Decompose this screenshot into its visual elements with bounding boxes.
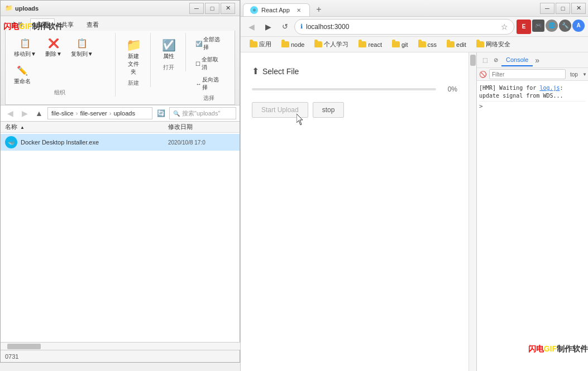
- bookmark-node[interactable]: node: [277, 40, 309, 50]
- bookmark-network-security[interactable]: 网络安全: [472, 38, 515, 50]
- browser-restore-button[interactable]: □: [556, 3, 570, 14]
- profile-button[interactable]: A: [572, 20, 585, 32]
- devtools-tab-console[interactable]: Console: [501, 54, 533, 66]
- delete-icon: ❌: [47, 36, 60, 50]
- restore-button[interactable]: □: [205, 3, 219, 14]
- clear-console-button[interactable]: 🚫: [479, 69, 487, 79]
- column-name-header[interactable]: 名称 ▲: [5, 123, 168, 131]
- file-list: 🐳 Docker Desktop Installer.exe 2020/10/8…: [1, 133, 240, 350]
- horizontal-scrollbar[interactable]: [1, 342, 241, 350]
- bookmark-edit[interactable]: edit: [442, 40, 471, 50]
- lock-icon: ℹ: [300, 23, 303, 30]
- console-message-1: [HMR] Waiting for log.js: update signal …: [479, 83, 586, 102]
- browser-scrollbar[interactable]: [469, 52, 476, 371]
- devtools-toolbar: 🚫 top ▼ JS: [477, 68, 588, 81]
- devtools-more-button[interactable]: »: [533, 56, 542, 65]
- docker-icon: 🐳: [5, 136, 17, 148]
- file-date: 2020/10/8 17:0: [168, 139, 235, 146]
- organize-buttons: 📋 移动到▼ ❌ 删除▼ 📋 复制到▼ ✏️ 重命名: [10, 34, 109, 88]
- tab-title: React App: [261, 7, 290, 13]
- webpage-area: ⬆ Select File 0% Start Upload stop: [241, 52, 469, 371]
- git-folder-icon: [392, 41, 400, 47]
- console-filter-input[interactable]: [489, 69, 566, 79]
- deselect-all-button[interactable]: ☐ 全部取消: [193, 54, 224, 73]
- network-security-folder-icon: [476, 41, 484, 47]
- select-all-button[interactable]: ☑️ 全部选择: [193, 34, 224, 53]
- bookmark-star-icon[interactable]: ☆: [501, 22, 508, 31]
- select-label: 选择: [203, 93, 214, 102]
- tab-close-button[interactable]: ✕: [295, 6, 303, 14]
- extension-btn-3[interactable]: 🌐: [546, 20, 558, 32]
- close-button[interactable]: ✕: [221, 3, 235, 14]
- new-tab-button[interactable]: +: [312, 3, 326, 16]
- console-prompt[interactable]: >: [479, 102, 586, 110]
- properties-button[interactable]: ☑️ 属性: [157, 36, 180, 62]
- devtools-content: [HMR] Waiting for log.js: update signal …: [477, 81, 588, 371]
- up-button[interactable]: ▲: [33, 107, 45, 119]
- rename-button[interactable]: ✏️ 重命名: [10, 61, 35, 88]
- deselect-icon: ☐: [195, 61, 200, 67]
- browser-minimize-button[interactable]: ─: [540, 3, 554, 14]
- browser-back-button[interactable]: ◀: [244, 20, 259, 34]
- bookmark-personal-learning[interactable]: 个人学习: [310, 38, 353, 50]
- titlebar-controls: ─ □ ✕: [189, 3, 235, 14]
- move-to-button[interactable]: 📋 移动到▼: [10, 34, 40, 60]
- forward-button[interactable]: ▶: [18, 107, 31, 119]
- new-folder-button[interactable]: 📁 新建文件夹: [122, 36, 145, 78]
- devtools-header: ⬚ ⊘ Console »: [477, 52, 588, 68]
- select-file-label: Select File: [262, 67, 299, 76]
- scrollbar-thumb[interactable]: [7, 344, 41, 349]
- path-segment-3[interactable]: uploads: [113, 110, 135, 117]
- organize-label: 组织: [54, 88, 65, 97]
- browser-refresh-button[interactable]: ↺: [278, 20, 292, 34]
- stop-button[interactable]: stop: [313, 102, 345, 118]
- path-segment-1[interactable]: file-slice: [51, 110, 74, 117]
- browser-close-button[interactable]: ✕: [571, 3, 586, 14]
- browser-scrollbar-thumb[interactable]: [470, 55, 476, 66]
- status-bar: 0731: [1, 350, 240, 362]
- address-bar: ◀ ▶ ▲ file-slice › file-server › uploads…: [1, 105, 240, 122]
- react-favicon: ⚛: [250, 6, 258, 14]
- move-to-icon: 📋: [18, 36, 32, 50]
- new-label: 新建: [128, 78, 139, 87]
- devtools-inspect-button[interactable]: ⬚: [479, 55, 490, 66]
- react-folder-icon: [358, 41, 366, 47]
- column-headers: 名称 ▲ 修改日期: [1, 122, 240, 133]
- devtools-panel: ⬚ ⊘ Console » 🚫 top ▼ JS [HMR] Waiting f…: [476, 52, 588, 371]
- bookmark-apps[interactable]: 应用: [245, 38, 276, 50]
- select-all-icon: ☑️: [195, 41, 202, 47]
- ribbon-tab-view[interactable]: 查看: [80, 18, 105, 31]
- invert-icon: ↔️: [195, 81, 201, 87]
- new-folder-icon: 📁: [127, 38, 140, 52]
- list-item[interactable]: 🐳 Docker Desktop Installer.exe 2020/10/8…: [1, 134, 240, 151]
- browser-forward-button[interactable]: ▶: [261, 20, 275, 34]
- devtools-cursor-button[interactable]: ⊘: [490, 55, 501, 66]
- extension-btn-2[interactable]: 🎮: [532, 20, 544, 32]
- browser-address-bar[interactable]: ℹ localhost:3000 ☆: [294, 19, 514, 35]
- rename-icon: ✏️: [16, 64, 29, 77]
- console-link-logjs[interactable]: log.js: [539, 85, 560, 91]
- minimize-button[interactable]: ─: [189, 3, 204, 14]
- invert-select-button[interactable]: ↔️ 反向选择: [193, 74, 224, 93]
- watermark-topleft: 闪电GIF制作软件: [3, 22, 63, 32]
- delete-button[interactable]: ❌ 删除▼: [41, 34, 66, 60]
- column-date-header[interactable]: 修改日期: [168, 123, 235, 131]
- bookmark-react[interactable]: react: [354, 40, 386, 50]
- extension-btn-4[interactable]: 🔧: [559, 20, 571, 32]
- browser-tab-react[interactable]: ⚛ React App ✕: [243, 3, 310, 16]
- properties-icon: ☑️: [162, 38, 175, 52]
- search-box[interactable]: 🔍 搜索"uploads": [169, 107, 236, 119]
- address-path[interactable]: file-slice › file-server › uploads: [47, 107, 152, 119]
- select-file-button[interactable]: ⬆ Select File: [252, 64, 457, 79]
- progress-container: 0%: [252, 85, 457, 93]
- bookmark-css[interactable]: css: [414, 40, 442, 50]
- copy-to-button[interactable]: 📋 复制到▼: [67, 34, 97, 60]
- copy-to-icon: 📋: [75, 36, 89, 50]
- refresh-button[interactable]: 🔄: [155, 107, 167, 119]
- extensions-button[interactable]: E: [517, 20, 531, 34]
- back-button[interactable]: ◀: [4, 107, 16, 119]
- path-segment-2[interactable]: file-server: [80, 110, 107, 117]
- bookmarks-bar: 应用 node 个人学习 react git css edit 网络安全: [241, 37, 588, 52]
- browser-title-controls: ─ □ ✕: [540, 3, 586, 14]
- bookmark-git[interactable]: git: [388, 40, 413, 50]
